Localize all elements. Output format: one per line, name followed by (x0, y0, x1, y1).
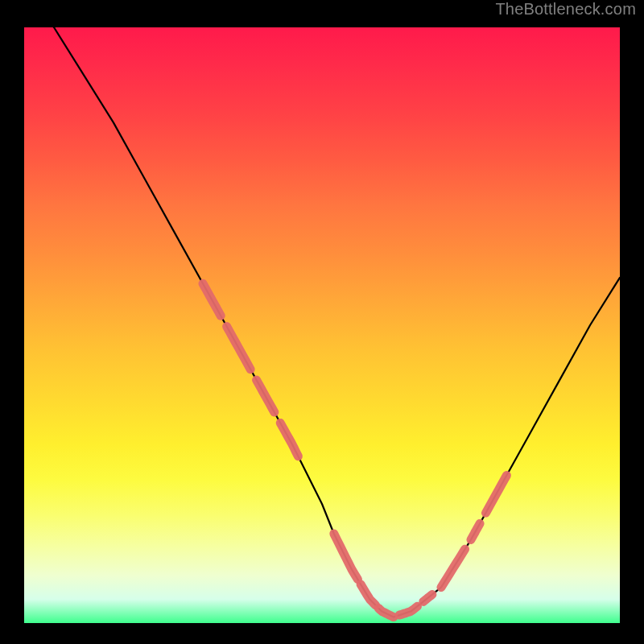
plot-area (24, 27, 620, 623)
curve-layer (24, 27, 620, 623)
chart-frame (12, 16, 632, 636)
bottleneck-curve (24, 27, 620, 617)
highlight-dashes (203, 283, 506, 617)
watermark-text: TheBottleneck.com (495, 0, 636, 19)
